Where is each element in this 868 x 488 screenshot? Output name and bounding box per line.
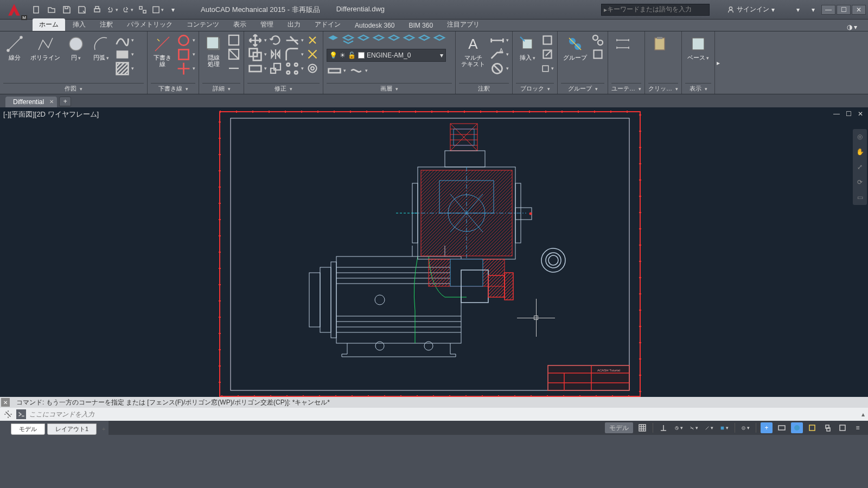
signin-button[interactable]: サインイン ▾ [725, 4, 777, 16]
mtext-button[interactable]: Aマルチ テキスト [459, 34, 487, 68]
table-icon[interactable] [489, 62, 509, 75]
offset-icon[interactable] [306, 62, 319, 75]
showmotion-icon[interactable]: ▭ [854, 192, 865, 203]
layerstate2-icon[interactable] [342, 34, 355, 47]
linetype-icon[interactable] [327, 64, 346, 77]
panel-layers-label[interactable]: 画層 [327, 83, 452, 94]
mirror-icon[interactable] [269, 48, 282, 61]
create-icon[interactable] [541, 34, 554, 47]
tab-a360[interactable]: Autodesk 360 [348, 20, 401, 31]
close-tab-icon[interactable]: ✕ [49, 99, 54, 105]
ribbon-expander-icon[interactable]: ◑ ▾ [847, 23, 857, 31]
cline2-icon[interactable] [176, 48, 195, 61]
lineweight-toggle-icon[interactable] [718, 422, 730, 433]
grid-icon[interactable] [636, 422, 648, 433]
layerstate6-icon[interactable] [403, 34, 416, 47]
navwheel-icon[interactable]: ◎ [854, 131, 865, 142]
layerstate3-icon[interactable] [357, 34, 370, 47]
close-button[interactable]: ✕ [852, 5, 866, 15]
layer-combo[interactable]: 💡 ☀ 🔓 ENGINE-AM_0 ▾ [327, 49, 446, 62]
layerstate5-icon[interactable] [387, 34, 400, 47]
search-button[interactable] [715, 4, 719, 16]
tab-bim360[interactable]: BIM 360 [402, 20, 439, 31]
saveas-icon[interactable] [76, 4, 88, 16]
maximize-button[interactable]: ☐ [837, 5, 851, 15]
panel-group-label[interactable]: グループ [561, 83, 604, 94]
ungroup-icon[interactable] [591, 34, 604, 47]
measure-button[interactable] [611, 34, 634, 54]
detail1-icon[interactable] [227, 34, 240, 47]
undo-icon[interactable] [106, 4, 118, 16]
ui-lock-icon[interactable] [776, 422, 788, 433]
detail3-icon[interactable] [227, 62, 240, 75]
panel-utilities-label[interactable]: ユーテ… [611, 83, 641, 94]
tab-content[interactable]: コンテンツ [180, 18, 226, 31]
ribbon-scroll-icon[interactable]: ▸ [715, 31, 722, 94]
a360-icon[interactable]: ▾ [792, 4, 802, 16]
qat-dropdown-icon[interactable]: ▾ [167, 4, 179, 16]
tab-annotate[interactable]: 注釈 [93, 18, 119, 31]
pan-icon[interactable]: ✋ [854, 146, 865, 157]
groupedit-icon[interactable] [591, 48, 604, 61]
panel-annotation-label[interactable]: 注釈 [459, 83, 509, 94]
erase-icon[interactable] [306, 34, 319, 47]
orbit-icon[interactable]: ⟳ [854, 177, 865, 188]
panel-draw-label[interactable]: 作図 [3, 83, 144, 94]
save-icon[interactable] [61, 4, 73, 16]
trim-icon[interactable] [284, 34, 304, 47]
layer-prop-icon[interactable] [137, 4, 149, 16]
workspace-icon[interactable] [152, 4, 164, 16]
new-icon[interactable] [30, 4, 42, 16]
ortho-icon[interactable] [688, 422, 700, 433]
cline1-icon[interactable] [176, 34, 195, 47]
panel-block-label[interactable]: ブロック [516, 83, 554, 94]
snap-icon[interactable] [658, 422, 669, 433]
viewport-close-icon[interactable]: ✕ [856, 110, 865, 118]
edit-icon[interactable] [541, 48, 554, 61]
scale-icon[interactable] [269, 62, 282, 75]
tab-featured[interactable]: 注目アプリ [441, 18, 486, 31]
hiddenline-button[interactable]: 隠線 処理 [202, 34, 225, 68]
insert-button[interactable]: 挿入 [516, 34, 539, 62]
open-icon[interactable] [46, 4, 58, 16]
print-icon[interactable] [91, 4, 103, 16]
attrib-icon[interactable] [541, 62, 554, 75]
line-button[interactable]: 線分 [3, 34, 26, 62]
fillet-icon[interactable] [284, 48, 304, 61]
status-modelspace[interactable]: モデル [605, 422, 633, 433]
commandline-options-icon[interactable] [3, 409, 13, 419]
layerstate4-icon[interactable] [372, 34, 385, 47]
minimize-button[interactable]: — [821, 5, 835, 15]
panel-modify-label[interactable]: 修正 [247, 83, 320, 94]
circle-button[interactable]: 円 [65, 34, 87, 62]
spline-icon[interactable] [114, 34, 134, 47]
hatch-icon[interactable] [114, 62, 134, 75]
redo-icon[interactable] [122, 4, 133, 16]
baseview-button[interactable]: ベース [685, 34, 711, 62]
layerstate1-icon[interactable] [327, 34, 340, 47]
arc-button[interactable]: 円弧 [90, 34, 112, 62]
viewport-minimize-icon[interactable]: — [832, 110, 841, 118]
layerstate7-icon[interactable] [418, 34, 431, 47]
cleanscreen-icon[interactable] [837, 422, 848, 433]
annoscale-icon[interactable] [739, 422, 751, 433]
layout-tab-model[interactable]: モデル [11, 423, 45, 435]
layout-tab-layout1[interactable]: レイアウト1 [47, 423, 97, 435]
app-menu-button[interactable] [2, 0, 26, 20]
rotate-icon[interactable] [269, 34, 282, 47]
layerstate8-icon[interactable] [433, 34, 446, 47]
panel-view-label[interactable]: 表示 [685, 83, 711, 94]
tab-addins[interactable]: アドイン [308, 18, 347, 31]
tab-insert[interactable]: 挿入 [66, 18, 92, 31]
polar-icon[interactable] [673, 422, 685, 433]
panel-clipboard-label[interactable]: クリッ… [648, 83, 678, 94]
command-input[interactable] [29, 410, 858, 418]
tab-output[interactable]: 出力 [281, 18, 307, 31]
rectangle-icon[interactable] [114, 48, 134, 61]
tab-parametric[interactable]: パラメトリック [120, 18, 179, 31]
customize-icon[interactable] [821, 422, 833, 433]
infocenter-search[interactable]: ▸ キーワードまたは語句を入力 [601, 4, 710, 16]
commandline-recent-icon[interactable]: ▴ [861, 410, 865, 418]
statusbar-menu-icon[interactable]: ≡ [852, 422, 864, 433]
zoom-extents-icon[interactable]: ⤢ [854, 162, 865, 172]
